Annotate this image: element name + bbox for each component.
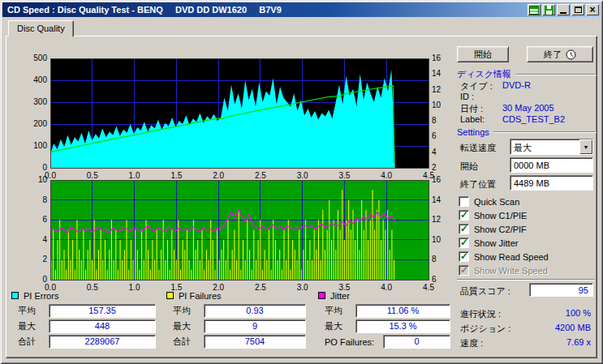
divider bbox=[457, 279, 595, 280]
checkbox-box[interactable] bbox=[459, 251, 469, 262]
stat-value: 9 bbox=[204, 319, 306, 333]
svg-text:14: 14 bbox=[432, 69, 441, 78]
svg-text:300: 300 bbox=[33, 97, 47, 106]
titlebar-buttons: × bbox=[528, 4, 601, 15]
svg-text:100: 100 bbox=[33, 141, 47, 150]
maximize-button[interactable] bbox=[571, 4, 584, 15]
disc-date-value: 30 May 2005 bbox=[502, 103, 554, 115]
app-window: CD Speed : Disc Quality Test - BENQ DVD … bbox=[0, 0, 603, 364]
start-button[interactable]: 開始 bbox=[457, 46, 509, 62]
stat-row: 最大 448 bbox=[11, 319, 156, 333]
svg-text:12: 12 bbox=[432, 85, 441, 94]
speed-label: 速度 : bbox=[460, 337, 483, 349]
checkbox-box[interactable] bbox=[459, 224, 469, 234]
svg-text:500: 500 bbox=[33, 54, 47, 62]
end-position-field[interactable]: 4489 MB bbox=[510, 175, 593, 191]
checkbox-quick-scan[interactable]: Quick Scan bbox=[459, 195, 549, 208]
pi-failures-legend-swatch bbox=[166, 292, 174, 299]
disc-info-header-label: ディスク情報 bbox=[457, 68, 511, 80]
svg-text:12: 12 bbox=[432, 215, 441, 224]
checkbox-show-read-speed[interactable]: Show Read Speed bbox=[459, 250, 549, 263]
settings-header: Settings bbox=[457, 127, 597, 137]
transfer-speed-label: 転送速度 bbox=[460, 142, 496, 154]
disc-label-label: Label: bbox=[460, 114, 502, 124]
minimize-button[interactable] bbox=[557, 4, 570, 15]
chevron-down-icon[interactable]: ▼ bbox=[579, 139, 592, 154]
settings-header-label: Settings bbox=[457, 127, 489, 137]
close-button[interactable]: × bbox=[586, 4, 599, 15]
checkbox-show-write-speed: Show Write Speed bbox=[459, 263, 549, 277]
start-position-label: 開始 bbox=[460, 161, 478, 173]
stat-row: 最大 15.3 % bbox=[318, 319, 450, 333]
checkbox-box[interactable] bbox=[459, 238, 469, 248]
exit-button[interactable]: 終了 bbox=[527, 46, 593, 62]
pi-errors-chart: 50040030020010001614121086420.00.51.01.5… bbox=[16, 52, 454, 180]
jitter-legend-swatch bbox=[318, 292, 325, 299]
pi-failures-legend-label: PI Failures bbox=[179, 291, 222, 301]
speed-value: 7.69 x bbox=[528, 337, 591, 347]
svg-text:200: 200 bbox=[33, 119, 47, 128]
start-position-field[interactable]: 0000 MB bbox=[510, 157, 593, 173]
disc-date-label: 日付 : bbox=[460, 103, 502, 115]
pi-errors-legend-label: PI Errors bbox=[24, 291, 58, 301]
new-window-icon[interactable] bbox=[528, 4, 541, 15]
divider bbox=[493, 131, 597, 133]
tab-label: Disc Quality bbox=[17, 24, 65, 33]
checkbox-box bbox=[459, 265, 469, 276]
svg-text:10: 10 bbox=[432, 101, 441, 109]
checkbox-show-jitter[interactable]: Show Jitter bbox=[459, 236, 549, 250]
stat-row-po-failures: PO Failures: 0 bbox=[318, 335, 450, 349]
checkbox-box[interactable] bbox=[459, 210, 469, 221]
svg-text:6: 6 bbox=[42, 215, 47, 224]
stat-label: 最大 bbox=[166, 320, 204, 332]
stat-row: 合計 2289067 bbox=[11, 335, 156, 349]
disc-id-row: ID : bbox=[460, 92, 597, 101]
maximize-icon bbox=[575, 6, 582, 13]
stat-row: 最大 9 bbox=[166, 319, 306, 333]
tab-disc-quality[interactable]: Disc Quality bbox=[8, 20, 74, 36]
stat-value: 7504 bbox=[204, 335, 306, 349]
svg-text:8: 8 bbox=[432, 255, 437, 263]
svg-text:14: 14 bbox=[432, 195, 441, 204]
exit-button-label: 終了 bbox=[544, 49, 562, 61]
divider bbox=[515, 74, 597, 75]
disc-date-row: 日付 : 30 May 2005 bbox=[460, 103, 597, 115]
disc-label-value: CDS_TEST_B2 bbox=[502, 114, 565, 124]
svg-text:4: 4 bbox=[42, 235, 47, 244]
pi-failures-stats-panel: PI Failures 平均 0.93 最大 9 合計 7504 bbox=[166, 290, 306, 349]
progress-label: 進行状況 : bbox=[460, 308, 501, 320]
disc-type-value: DVD-R bbox=[502, 80, 531, 92]
checkbox-label: Show C1/PIE bbox=[474, 211, 527, 221]
checkbox-label: Quick Scan bbox=[474, 197, 519, 207]
save-icon[interactable] bbox=[542, 4, 555, 15]
quality-score-value: 95 bbox=[529, 283, 593, 297]
stat-value: 11.06 % bbox=[355, 304, 450, 318]
stat-label: 合計 bbox=[11, 336, 49, 348]
checkbox-box[interactable] bbox=[459, 196, 469, 207]
floppy-icon bbox=[545, 6, 553, 15]
svg-text:8: 8 bbox=[42, 195, 47, 204]
title-bar[interactable]: CD Speed : Disc Quality Test - BENQ DVD … bbox=[2, 2, 601, 17]
transfer-speed-select[interactable]: 最大 ▼ bbox=[510, 139, 593, 155]
transfer-speed-value: 最大 bbox=[510, 139, 579, 154]
checkbox-show-c1-pie[interactable]: Show C1/PIE bbox=[459, 208, 549, 222]
stat-label: 最大 bbox=[11, 320, 49, 332]
pi-errors-legend-swatch bbox=[11, 292, 19, 299]
stat-label: 平均 bbox=[166, 305, 204, 317]
disc-label-row: Label: CDS_TEST_B2 bbox=[460, 114, 597, 124]
svg-text:16: 16 bbox=[432, 54, 441, 62]
checkbox-label: Show Write Speed bbox=[474, 266, 548, 276]
stat-value: 2289067 bbox=[49, 335, 156, 349]
checkbox-show-c2-pif[interactable]: Show C2/PIF bbox=[459, 222, 549, 236]
stat-label: 合計 bbox=[166, 336, 204, 348]
minimize-icon bbox=[560, 12, 566, 14]
jitter-legend-label: Jitter bbox=[330, 291, 350, 301]
stat-row: 平均 157.35 bbox=[11, 304, 156, 318]
svg-text:2: 2 bbox=[42, 255, 47, 263]
position-label: ポジション : bbox=[460, 323, 510, 335]
svg-text:400: 400 bbox=[33, 75, 47, 84]
options-checkbox-list: Quick Scan Show C1/PIE Show C2/PIF Show … bbox=[459, 195, 549, 277]
progress-value: 100 % bbox=[528, 308, 591, 318]
svg-text:6: 6 bbox=[432, 131, 437, 140]
pi-failures-chart: 108642016141210860.00.51.01.52.02.53.03.… bbox=[16, 173, 454, 293]
